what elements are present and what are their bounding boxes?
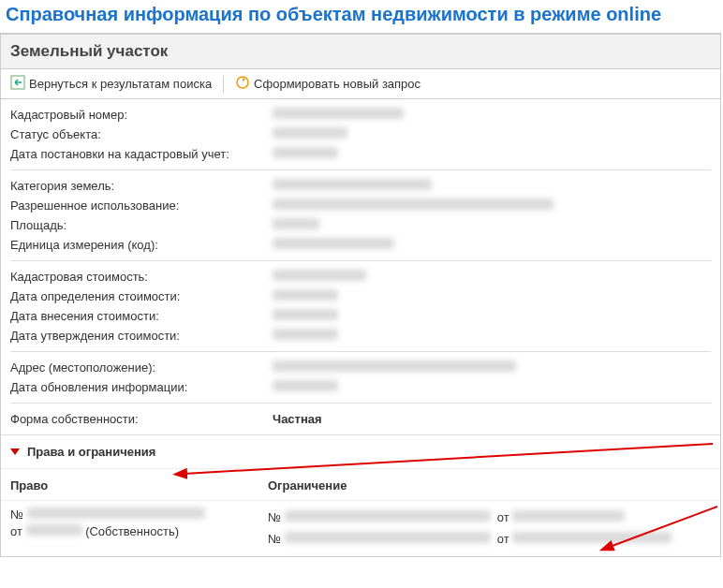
area-label: Площадь: — [10, 218, 273, 232]
rights-accordion-title: Права и ограничения — [27, 445, 155, 459]
num-prefix: № — [268, 510, 281, 524]
restriction-cell: № от № от — [268, 507, 711, 551]
chevron-down-icon — [10, 448, 20, 455]
cost-def-date-label: Дата определения стоимости: — [10, 289, 273, 303]
cost-entry-date-value — [273, 309, 711, 323]
section-cost: Кадастровая стоимость: Дата определения … — [10, 261, 711, 352]
cost-entry-date-label: Дата внесения стоимости: — [10, 309, 273, 323]
back-button[interactable]: Вернуться к результатам поиска — [10, 75, 212, 93]
toolbar-separator — [223, 76, 224, 93]
back-button-label: Вернуться к результатам поиска — [29, 77, 212, 91]
toolbar: Вернуться к результатам поиска Сформиров… — [1, 69, 720, 99]
address-label: Адрес (местоположение): — [10, 360, 273, 375]
right-cell: № от (Собственность) — [10, 507, 268, 540]
cad-number-label: Кадастровый номер: — [10, 108, 273, 122]
info-panel: Земельный участок Вернуться к результата… — [0, 33, 721, 557]
cad-cost-label: Кадастровая стоимость: — [10, 270, 273, 284]
status-value — [273, 127, 711, 141]
ownership-form-value: Частная — [273, 412, 711, 426]
ownership-form-label: Форма собственности: — [10, 412, 273, 426]
update-date-value — [273, 380, 711, 394]
update-date-label: Дата обновления информации: — [10, 380, 273, 394]
rights-col-restriction: Ограничение — [268, 478, 711, 492]
section-ownership: Форма собственности:Частная — [10, 404, 711, 434]
from-prefix: от — [497, 510, 509, 524]
area-value — [273, 218, 711, 232]
cad-cost-value — [273, 270, 711, 284]
cad-number-value — [273, 108, 711, 122]
page-title: Справочная информация по объектам недвиж… — [0, 0, 723, 33]
num-prefix: № — [10, 507, 23, 522]
status-label: Статус объекта: — [10, 127, 273, 141]
section-address: Адрес (местоположение): Дата обновления … — [10, 352, 711, 404]
refresh-icon — [235, 75, 250, 93]
rights-table-header: Право Ограничение — [1, 468, 720, 500]
address-value — [273, 360, 711, 375]
cost-appr-date-label: Дата утверждения стоимости: — [10, 329, 273, 343]
new-query-button[interactable]: Сформировать новый запрос — [235, 75, 421, 93]
category-label: Категория земель: — [10, 179, 273, 193]
section-land: Категория земель: Разрешенное использова… — [10, 170, 711, 261]
section-identity: Кадастровый номер: Статус объекта: Дата … — [10, 99, 711, 170]
unit-label: Единица измерения (код): — [10, 238, 273, 252]
panel-header: Земельный участок — [1, 34, 720, 69]
usage-value — [273, 198, 711, 213]
rights-table-row: № от (Собственность) № от № от — [1, 500, 720, 556]
ownership-type: (Собственность) — [85, 524, 179, 538]
category-value — [273, 179, 711, 193]
new-query-button-label: Сформировать новый запрос — [254, 77, 421, 91]
from-prefix: от — [10, 524, 22, 538]
unit-value — [273, 238, 711, 252]
reg-date-label: Дата постановки на кадастровый учет: — [10, 147, 273, 161]
num-prefix: № — [268, 532, 281, 546]
rights-col-right: Право — [10, 478, 268, 492]
reg-date-value — [273, 147, 711, 161]
cost-appr-date-value — [273, 329, 711, 343]
rights-accordion-header[interactable]: Права и ограничения — [1, 434, 720, 468]
from-prefix: от — [497, 532, 509, 546]
back-icon — [10, 75, 25, 93]
usage-label: Разрешенное использование: — [10, 198, 273, 213]
cost-def-date-value — [273, 289, 711, 303]
